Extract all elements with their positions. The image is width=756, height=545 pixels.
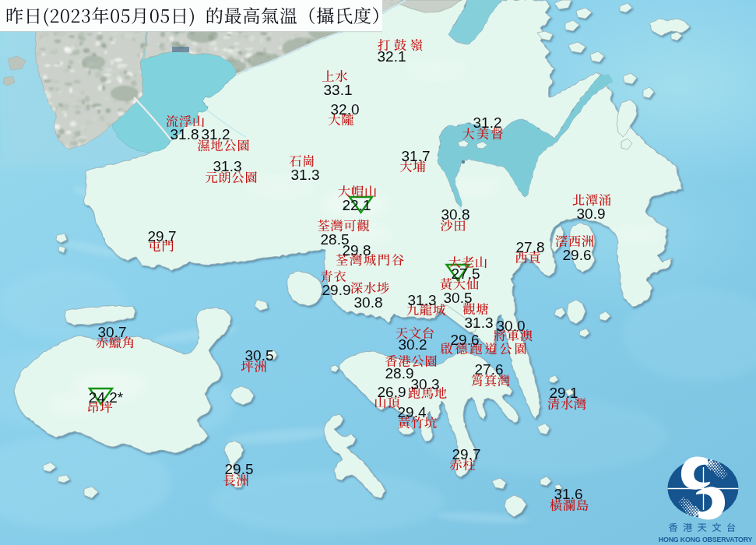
svg-text:24.2*: 24.2* xyxy=(89,389,124,406)
svg-text:29.7: 29.7 xyxy=(452,446,481,462)
svg-text:29.1: 29.1 xyxy=(550,385,578,401)
svg-text:31.6: 31.6 xyxy=(554,486,583,502)
svg-text:31.3: 31.3 xyxy=(408,292,437,308)
svg-text:27.5: 27.5 xyxy=(452,265,480,282)
svg-text:29.5: 29.5 xyxy=(225,461,254,477)
svg-text:31.3: 31.3 xyxy=(213,158,242,174)
svg-text:31.7: 31.7 xyxy=(402,148,431,164)
svg-text:29.6: 29.6 xyxy=(563,247,592,263)
svg-text:HONG KONG OBSERVATORY: HONG KONG OBSERVATORY xyxy=(659,536,753,543)
svg-text:31.2: 31.2 xyxy=(473,114,502,131)
svg-text:30.9: 30.9 xyxy=(577,206,606,222)
svg-text:27.8: 27.8 xyxy=(516,239,545,255)
svg-text:29.7: 29.7 xyxy=(148,228,177,244)
svg-text:22.1: 22.1 xyxy=(343,197,371,213)
svg-text:31.2: 31.2 xyxy=(202,126,230,142)
svg-text:29.4: 29.4 xyxy=(398,404,427,420)
svg-text:30.5: 30.5 xyxy=(245,347,274,364)
svg-text:28.9: 28.9 xyxy=(385,365,414,382)
svg-text:32.0: 32.0 xyxy=(331,101,360,118)
svg-text:29.9: 29.9 xyxy=(322,282,351,298)
svg-text:30.7: 30.7 xyxy=(98,324,127,340)
svg-text:33.1: 33.1 xyxy=(324,82,353,98)
svg-text:31.3: 31.3 xyxy=(465,315,494,331)
svg-text:26.9: 26.9 xyxy=(378,384,406,400)
svg-text:30.8: 30.8 xyxy=(441,206,470,223)
svg-text:31.3: 31.3 xyxy=(291,167,320,183)
svg-text:30.8: 30.8 xyxy=(354,294,383,311)
svg-text:32.1: 32.1 xyxy=(378,48,406,65)
svg-text:27.6: 27.6 xyxy=(475,361,504,378)
svg-text:29.8: 29.8 xyxy=(343,242,371,258)
svg-text:30.5: 30.5 xyxy=(444,290,473,306)
svg-text:30.2: 30.2 xyxy=(399,336,427,353)
svg-text:30.0: 30.0 xyxy=(497,318,526,334)
svg-text:31.8: 31.8 xyxy=(171,126,199,142)
svg-text:30.3: 30.3 xyxy=(411,376,440,392)
svg-text:29.6: 29.6 xyxy=(451,332,480,348)
